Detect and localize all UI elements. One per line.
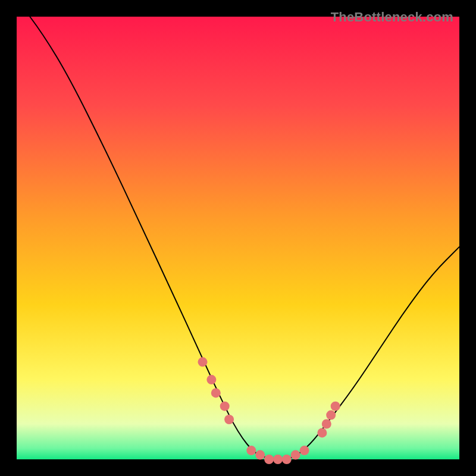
highlight-dot xyxy=(326,411,336,420)
highlight-dot xyxy=(206,375,216,384)
bottleneck-chart xyxy=(10,10,466,466)
highlight-dot xyxy=(282,455,292,464)
highlight-dot xyxy=(322,419,331,429)
highlight-dot xyxy=(224,415,234,424)
watermark-text: TheBottleneck.com xyxy=(331,10,453,25)
highlight-dot xyxy=(264,455,274,464)
plot-background xyxy=(17,17,459,459)
highlight-dot xyxy=(317,428,327,437)
highlight-dot xyxy=(331,402,340,411)
highlight-dot xyxy=(273,455,283,464)
highlight-dot xyxy=(300,446,309,455)
highlight-dot xyxy=(211,388,221,397)
highlight-dot xyxy=(220,402,230,411)
highlight-dot xyxy=(198,357,208,367)
highlight-dot xyxy=(255,450,265,460)
chart-frame: TheBottleneck.com xyxy=(10,10,466,466)
highlight-dot xyxy=(291,450,300,460)
highlight-dot xyxy=(246,446,256,455)
